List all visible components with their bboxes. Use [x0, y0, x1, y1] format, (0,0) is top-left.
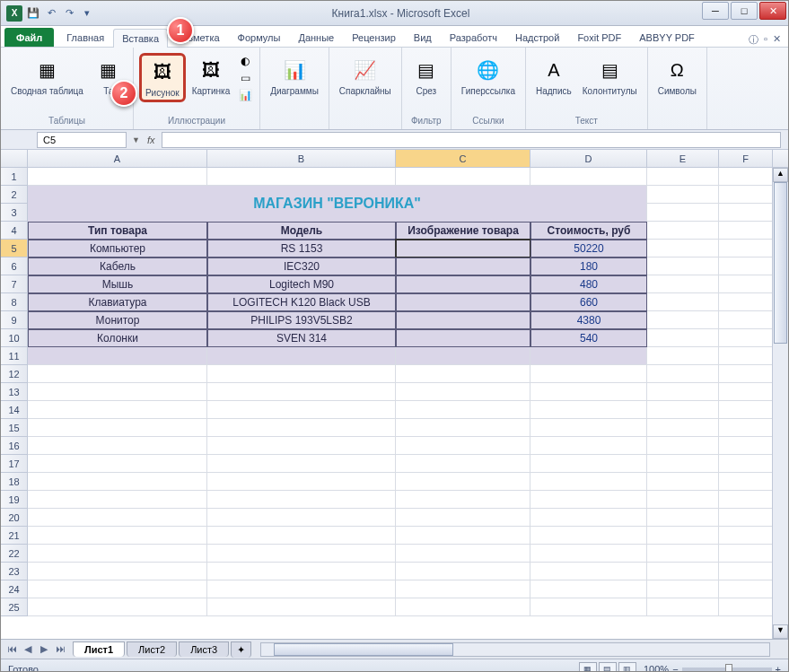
cell[interactable]	[647, 275, 719, 293]
maximize-button[interactable]: □	[731, 2, 758, 20]
cell[interactable]	[530, 527, 647, 545]
cell[interactable]	[530, 437, 647, 455]
table-cell[interactable]	[396, 293, 530, 311]
table-cell[interactable]	[396, 329, 530, 347]
cell[interactable]	[396, 455, 530, 473]
cell[interactable]	[28, 509, 207, 527]
cell[interactable]	[719, 401, 773, 419]
cell[interactable]	[647, 186, 719, 204]
table-cell[interactable]: PHILIPS 193V5LSB2	[207, 311, 396, 329]
row-header[interactable]: 4	[1, 222, 28, 240]
row-header[interactable]: 16	[1, 437, 28, 455]
cell[interactable]	[719, 437, 773, 455]
cell[interactable]	[719, 168, 773, 186]
cell[interactable]	[28, 401, 207, 419]
row-header[interactable]: 3	[1, 204, 28, 222]
col-header-d[interactable]: D	[530, 150, 647, 167]
save-icon[interactable]: 💾	[26, 6, 40, 21]
cell[interactable]	[719, 563, 773, 580]
cell[interactable]	[647, 563, 719, 580]
table-cell[interactable]: 660	[530, 293, 647, 311]
cell[interactable]	[647, 491, 719, 509]
tab-formulas[interactable]: Формулы	[229, 28, 290, 47]
cell[interactable]	[28, 347, 207, 365]
cell[interactable]	[207, 383, 396, 401]
hscroll-thumb[interactable]	[274, 643, 453, 656]
row-header[interactable]: 24	[1, 580, 28, 598]
sparklines-button[interactable]: 📈 Спарклайны	[335, 53, 396, 99]
cell[interactable]	[719, 545, 773, 563]
table-cell[interactable]: IEC320	[207, 257, 396, 275]
cell[interactable]	[207, 365, 396, 383]
charts-button[interactable]: 📊 Диаграммы	[266, 53, 323, 99]
cell[interactable]	[28, 168, 207, 186]
row-header[interactable]: 10	[1, 329, 28, 347]
scroll-up-icon[interactable]: ▲	[773, 168, 788, 182]
cell[interactable]	[396, 580, 530, 598]
row-header[interactable]: 12	[1, 365, 28, 383]
cell[interactable]	[207, 509, 396, 527]
new-sheet-button[interactable]: ✦	[231, 641, 251, 658]
table-cell[interactable]: 4380	[530, 311, 647, 329]
cell[interactable]	[396, 545, 530, 563]
cell[interactable]	[28, 473, 207, 491]
cell[interactable]	[207, 527, 396, 545]
page-layout-view-icon[interactable]: ▤	[599, 662, 617, 673]
cell[interactable]	[719, 222, 773, 240]
worksheet-grid[interactable]: A B C D E F 1234567891011121314151617181…	[1, 150, 788, 639]
cell[interactable]	[647, 204, 719, 222]
cell[interactable]	[28, 365, 207, 383]
cell[interactable]	[396, 473, 530, 491]
hyperlink-button[interactable]: 🌐 Гиперссылка	[457, 53, 520, 99]
cell[interactable]	[647, 580, 719, 598]
cell[interactable]	[647, 401, 719, 419]
cell[interactable]	[719, 240, 773, 257]
zoom-slider[interactable]	[682, 668, 772, 671]
cell[interactable]	[719, 365, 773, 383]
cell[interactable]	[530, 455, 647, 473]
row-header[interactable]: 1	[1, 168, 28, 186]
row-header[interactable]: 11	[1, 347, 28, 365]
ribbon-min-icon[interactable]: ▫	[764, 33, 767, 47]
cell[interactable]	[530, 580, 647, 598]
table-cell[interactable]: Компьютер	[28, 240, 207, 257]
sheet-prev-icon[interactable]: ◀	[21, 643, 35, 655]
cell[interactable]	[719, 455, 773, 473]
cell[interactable]	[28, 545, 207, 563]
cell[interactable]	[530, 168, 647, 186]
table-cell[interactable]: Клавиатура	[28, 293, 207, 311]
cell[interactable]	[28, 563, 207, 580]
row-header[interactable]: 21	[1, 527, 28, 545]
sheet-tab-3[interactable]: Лист3	[179, 641, 229, 657]
cell[interactable]	[28, 598, 207, 616]
table-cell[interactable]: Logitech M90	[207, 275, 396, 293]
picture-button[interactable]: 🖼 Рисунок	[139, 53, 186, 102]
table-header[interactable]: Тип товара	[28, 222, 207, 240]
cell[interactable]	[647, 222, 719, 240]
cell[interactable]	[396, 437, 530, 455]
clipart-button[interactable]: 🖼 Картинка	[188, 53, 235, 99]
cell[interactable]	[647, 168, 719, 186]
cell[interactable]	[719, 329, 773, 347]
symbols-button[interactable]: Ω Символы	[653, 53, 701, 99]
cell[interactable]	[719, 347, 773, 365]
cell[interactable]	[207, 473, 396, 491]
cell[interactable]	[647, 383, 719, 401]
screenshot-icon[interactable]: 📊	[236, 87, 254, 103]
table-cell[interactable]	[396, 311, 530, 329]
cell[interactable]	[530, 563, 647, 580]
row-header[interactable]: 5	[1, 240, 28, 257]
cell[interactable]	[647, 527, 719, 545]
tab-review[interactable]: Рецензир	[343, 28, 405, 47]
cell[interactable]	[647, 545, 719, 563]
formula-input[interactable]	[162, 132, 781, 148]
tab-addins[interactable]: Надстрой	[506, 28, 568, 47]
cell[interactable]	[719, 293, 773, 311]
zoom-in-icon[interactable]: +	[776, 664, 781, 673]
store-title[interactable]: МАГАЗИН "ВЕРОНИКА"	[28, 186, 647, 222]
row-header[interactable]: 13	[1, 383, 28, 401]
cell[interactable]	[28, 437, 207, 455]
cell[interactable]	[207, 545, 396, 563]
cell[interactable]	[647, 240, 719, 257]
select-all-corner[interactable]	[1, 150, 28, 167]
